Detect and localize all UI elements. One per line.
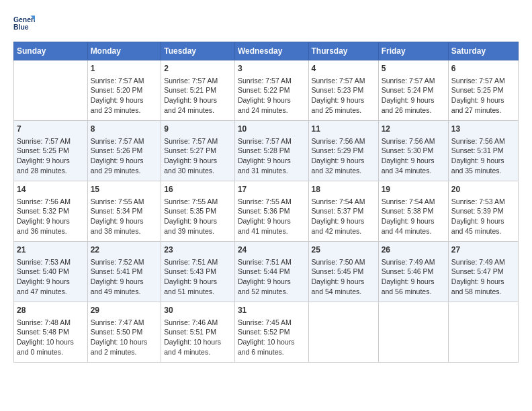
day-info: Sunrise: 7:48 AM Sunset: 5:48 PM Dayligh…: [17, 318, 85, 357]
day-info: Sunrise: 7:57 AM Sunset: 5:25 PM Dayligh…: [17, 136, 85, 176]
day-number: 12: [382, 124, 445, 135]
day-info: Sunrise: 7:47 AM Sunset: 5:50 PM Dayligh…: [91, 318, 159, 357]
day-info: Sunrise: 7:56 AM Sunset: 5:31 PM Dayligh…: [451, 136, 515, 176]
day-header-wednesday: Wednesday: [234, 42, 308, 60]
calendar-cell: 26Sunrise: 7:49 AM Sunset: 5:46 PM Dayli…: [378, 242, 448, 302]
day-info: Sunrise: 7:46 AM Sunset: 5:51 PM Dayligh…: [164, 318, 232, 357]
day-header-monday: Monday: [87, 42, 161, 60]
calendar-cell: 18Sunrise: 7:54 AM Sunset: 5:37 PM Dayli…: [308, 181, 378, 242]
calendar-cell: [14, 60, 88, 121]
logo-icon: General Blue: [13, 13, 35, 35]
day-number: 1: [91, 63, 159, 75]
calendar-cell: [378, 302, 448, 363]
calendar-cell: 22Sunrise: 7:52 AM Sunset: 5:41 PM Dayli…: [87, 242, 161, 302]
day-info: Sunrise: 7:55 AM Sunset: 5:34 PM Dayligh…: [91, 197, 159, 236]
calendar-cell: 31Sunrise: 7:45 AM Sunset: 5:52 PM Dayli…: [234, 302, 308, 363]
day-info: Sunrise: 7:57 AM Sunset: 5:21 PM Dayligh…: [164, 76, 232, 116]
day-info: Sunrise: 7:56 AM Sunset: 5:29 PM Dayligh…: [312, 136, 375, 176]
day-number: 21: [17, 244, 85, 256]
week-row-4: 21Sunrise: 7:53 AM Sunset: 5:40 PM Dayli…: [14, 242, 519, 302]
calendar-cell: 7Sunrise: 7:57 AM Sunset: 5:25 PM Daylig…: [14, 121, 88, 181]
calendar-cell: 11Sunrise: 7:56 AM Sunset: 5:29 PM Dayli…: [308, 121, 378, 181]
svg-text:General: General: [13, 16, 35, 24]
day-number: 24: [238, 244, 306, 256]
day-number: 11: [312, 124, 375, 135]
day-info: Sunrise: 7:56 AM Sunset: 5:30 PM Dayligh…: [382, 136, 445, 176]
calendar-cell: 2Sunrise: 7:57 AM Sunset: 5:21 PM Daylig…: [161, 60, 235, 121]
day-number: 3: [238, 63, 306, 75]
day-number: 30: [164, 305, 232, 316]
day-number: 9: [164, 124, 232, 135]
calendar-cell: 15Sunrise: 7:55 AM Sunset: 5:34 PM Dayli…: [87, 181, 161, 242]
day-number: 6: [451, 63, 515, 75]
day-info: Sunrise: 7:57 AM Sunset: 5:24 PM Dayligh…: [382, 76, 445, 116]
day-number: 18: [312, 184, 375, 195]
calendar-cell: 5Sunrise: 7:57 AM Sunset: 5:24 PM Daylig…: [378, 60, 448, 121]
day-info: Sunrise: 7:51 AM Sunset: 5:44 PM Dayligh…: [238, 257, 306, 297]
day-number: 5: [382, 63, 445, 75]
calendar-cell: 4Sunrise: 7:57 AM Sunset: 5:23 PM Daylig…: [308, 60, 378, 121]
calendar-cell: [308, 302, 378, 363]
logo: General Blue: [13, 13, 35, 35]
day-info: Sunrise: 7:49 AM Sunset: 5:46 PM Dayligh…: [382, 257, 445, 297]
day-header-friday: Friday: [378, 42, 448, 60]
day-header-saturday: Saturday: [448, 42, 518, 60]
calendar-cell: 13Sunrise: 7:56 AM Sunset: 5:31 PM Dayli…: [448, 121, 518, 181]
day-number: 28: [17, 305, 85, 316]
day-number: 10: [238, 124, 306, 135]
day-info: Sunrise: 7:52 AM Sunset: 5:41 PM Dayligh…: [91, 257, 159, 297]
day-number: 7: [17, 124, 85, 135]
calendar-cell: 19Sunrise: 7:54 AM Sunset: 5:38 PM Dayli…: [378, 181, 448, 242]
day-number: 15: [91, 184, 159, 195]
calendar-cell: 29Sunrise: 7:47 AM Sunset: 5:50 PM Dayli…: [87, 302, 161, 363]
day-number: 23: [164, 244, 232, 256]
day-number: 13: [451, 124, 515, 135]
calendar-cell: 20Sunrise: 7:53 AM Sunset: 5:39 PM Dayli…: [448, 181, 518, 242]
day-info: Sunrise: 7:49 AM Sunset: 5:47 PM Dayligh…: [451, 257, 515, 297]
day-info: Sunrise: 7:57 AM Sunset: 5:26 PM Dayligh…: [91, 136, 159, 176]
day-info: Sunrise: 7:54 AM Sunset: 5:38 PM Dayligh…: [382, 197, 445, 236]
day-info: Sunrise: 7:57 AM Sunset: 5:28 PM Dayligh…: [238, 136, 306, 176]
calendar-cell: 25Sunrise: 7:50 AM Sunset: 5:45 PM Dayli…: [308, 242, 378, 302]
calendar-cell: 28Sunrise: 7:48 AM Sunset: 5:48 PM Dayli…: [14, 302, 88, 363]
day-info: Sunrise: 7:57 AM Sunset: 5:27 PM Dayligh…: [164, 136, 232, 176]
calendar-cell: 21Sunrise: 7:53 AM Sunset: 5:40 PM Dayli…: [14, 242, 88, 302]
day-number: 22: [91, 244, 159, 256]
calendar-cell: [448, 302, 518, 363]
day-number: 19: [382, 184, 445, 195]
calendar-cell: 14Sunrise: 7:56 AM Sunset: 5:32 PM Dayli…: [14, 181, 88, 242]
day-info: Sunrise: 7:57 AM Sunset: 5:22 PM Dayligh…: [238, 76, 306, 116]
day-number: 4: [312, 63, 375, 75]
day-number: 27: [451, 244, 515, 256]
day-info: Sunrise: 7:57 AM Sunset: 5:20 PM Dayligh…: [91, 76, 159, 116]
day-header-sunday: Sunday: [14, 42, 88, 60]
day-header-thursday: Thursday: [308, 42, 378, 60]
day-info: Sunrise: 7:57 AM Sunset: 5:25 PM Dayligh…: [451, 76, 515, 116]
week-row-5: 28Sunrise: 7:48 AM Sunset: 5:48 PM Dayli…: [14, 302, 519, 363]
day-number: 2: [164, 63, 232, 75]
day-info: Sunrise: 7:53 AM Sunset: 5:39 PM Dayligh…: [451, 197, 515, 236]
svg-text:Blue: Blue: [13, 24, 29, 31]
day-number: 31: [238, 305, 306, 316]
day-number: 25: [312, 244, 375, 256]
day-info: Sunrise: 7:53 AM Sunset: 5:40 PM Dayligh…: [17, 257, 85, 297]
day-number: 14: [17, 184, 85, 195]
day-info: Sunrise: 7:55 AM Sunset: 5:35 PM Dayligh…: [164, 197, 232, 236]
day-number: 8: [91, 124, 159, 135]
calendar-cell: 16Sunrise: 7:55 AM Sunset: 5:35 PM Dayli…: [161, 181, 235, 242]
day-number: 26: [382, 244, 445, 256]
calendar-cell: 23Sunrise: 7:51 AM Sunset: 5:43 PM Dayli…: [161, 242, 235, 302]
calendar-cell: 12Sunrise: 7:56 AM Sunset: 5:30 PM Dayli…: [378, 121, 448, 181]
day-info: Sunrise: 7:54 AM Sunset: 5:37 PM Dayligh…: [312, 197, 375, 236]
day-number: 16: [164, 184, 232, 195]
day-number: 29: [91, 305, 159, 316]
day-info: Sunrise: 7:50 AM Sunset: 5:45 PM Dayligh…: [312, 257, 375, 297]
day-header-tuesday: Tuesday: [161, 42, 235, 60]
day-info: Sunrise: 7:45 AM Sunset: 5:52 PM Dayligh…: [238, 318, 306, 357]
page-header: General Blue: [13, 13, 519, 35]
day-info: Sunrise: 7:56 AM Sunset: 5:32 PM Dayligh…: [17, 197, 85, 236]
week-row-2: 7Sunrise: 7:57 AM Sunset: 5:25 PM Daylig…: [14, 121, 519, 181]
week-row-1: 1Sunrise: 7:57 AM Sunset: 5:20 PM Daylig…: [14, 60, 519, 121]
day-number: 20: [451, 184, 515, 195]
calendar-table: SundayMondayTuesdayWednesdayThursdayFrid…: [13, 42, 519, 363]
